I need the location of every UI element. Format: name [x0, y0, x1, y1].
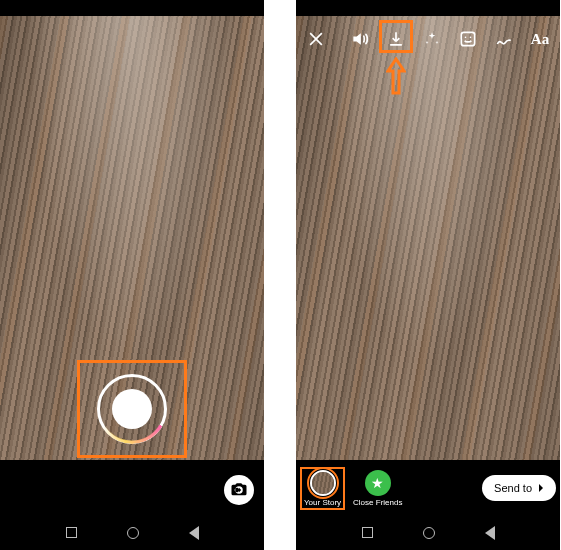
story-editor-toolbar: Aa [302, 22, 554, 56]
draw-icon [494, 29, 514, 49]
sticker-icon [458, 29, 478, 49]
switch-camera-icon [230, 481, 248, 499]
send-to-button[interactable]: Send to [482, 475, 556, 501]
shutter-button[interactable] [97, 374, 167, 444]
story-preview-image [296, 16, 560, 460]
nav-recent-icon[interactable] [362, 527, 373, 538]
annotation-highlight-box [77, 360, 187, 458]
story-share-bar: Your Story ★ Close Friends Send to [296, 460, 560, 515]
effects-button[interactable] [418, 25, 446, 53]
svg-rect-0 [461, 32, 474, 45]
your-story-button[interactable]: Your Story [304, 470, 341, 507]
sound-toggle-button[interactable] [346, 25, 374, 53]
nav-home-icon[interactable] [127, 527, 139, 539]
close-friends-label: Close Friends [353, 498, 402, 507]
android-nav-bar [0, 515, 264, 550]
nav-recent-icon[interactable] [66, 527, 77, 538]
camera-viewfinder [0, 16, 264, 460]
shutter-core [112, 389, 152, 429]
phone-story-editor: Aa Your Story ★ Close Friends [296, 0, 560, 550]
close-friends-button[interactable]: ★ Close Friends [353, 470, 402, 507]
status-bar [296, 0, 560, 16]
nav-back-icon[interactable] [189, 526, 199, 540]
nav-home-icon[interactable] [423, 527, 435, 539]
your-story-avatar [310, 470, 336, 496]
speaker-icon [350, 29, 370, 49]
annotation-highlight-box [379, 20, 413, 53]
annotation-highlight-box-small: Your Story [300, 467, 345, 510]
annotation-arrow [386, 57, 406, 97]
svg-point-2 [470, 37, 472, 39]
nav-back-icon[interactable] [485, 526, 495, 540]
chevron-right-icon [536, 483, 546, 493]
story-preview-area: Aa [296, 16, 560, 460]
close-button[interactable] [302, 25, 330, 53]
status-bar [0, 0, 264, 16]
your-story-label: Your Story [304, 498, 341, 507]
draw-button[interactable] [490, 25, 518, 53]
send-to-label: Send to [494, 482, 532, 494]
sparkle-icon [422, 29, 442, 49]
close-friends-icon: ★ [365, 470, 391, 496]
android-nav-bar [296, 515, 560, 550]
sticker-button[interactable] [454, 25, 482, 53]
phone-camera-capture [0, 0, 264, 550]
close-icon [306, 29, 326, 49]
switch-camera-button[interactable] [224, 475, 254, 505]
svg-point-1 [465, 37, 467, 39]
text-button[interactable]: Aa [526, 25, 554, 53]
camera-bottom-bar [0, 460, 264, 515]
